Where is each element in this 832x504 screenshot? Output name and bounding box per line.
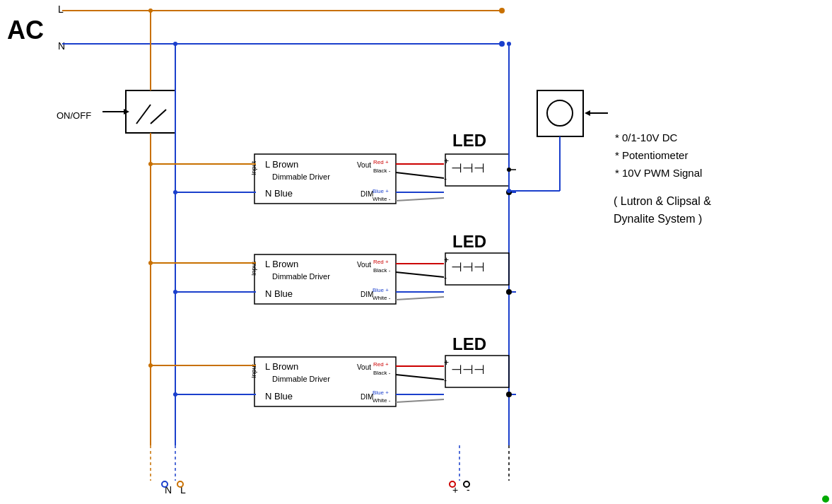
led3-plus: + [444,358,449,368]
black-to-led2 [396,272,444,277]
driver2-red-plus: Red + [373,259,389,265]
switch-line [136,105,151,124]
n-junction1 [173,42,177,46]
n-end-dot [499,41,505,47]
l-line-label: L [58,4,64,15]
led2-symbol: ⊣⊣⊣ [451,260,485,274]
potentiometer-box [537,90,583,136]
note1: * 0/1-10V DC [615,131,678,143]
pot-arrow-head [585,110,590,116]
onoff-label: ON/OFF [57,110,91,121]
driver1-n-blue: N Blue [265,188,293,199]
l-junction-d1 [148,162,153,166]
driver1-black-minus: Black - [373,168,391,174]
note2: * Potentiometer [615,149,688,161]
white-to-led2 [396,297,444,300]
green-dot [822,496,829,503]
dot-right-d3 [506,392,512,397]
led2-label: LED [452,232,486,251]
driver3-label: Dimmable Driver [272,375,330,383]
driver2-dim: DIM [361,291,373,298]
driver2-white-minus: White - [373,295,391,301]
note3: * 10V PWM Signal [615,167,702,179]
dot-blue-pot [507,189,511,193]
n-junction-d3 [173,392,177,397]
driver3-dim: DIM [361,393,373,401]
driver1-l-brown: L Brown [265,159,298,170]
l-junction-d2 [148,261,153,265]
led1-symbol: ⊣⊣⊣ [451,161,485,175]
potentiometer-circle [547,100,573,126]
note5: Dynalite System ) [614,213,702,225]
led3-label: LED [452,334,486,353]
driver1-input-label: Input [250,160,257,175]
right-blue-top-dot [507,42,511,46]
driver1-dim: DIM [361,190,373,198]
n-junction-d1 [173,190,177,194]
ac-label: AC [7,16,44,45]
driver3-l-brown: L Brown [265,361,298,372]
driver3-red-plus: Red + [373,361,389,368]
l-end-dot [499,8,505,13]
l-junction-d3 [148,363,153,368]
led1-label: LED [452,131,486,150]
driver3-blue-plus: Blue + [373,389,389,396]
wiring-diagram: AC L N ON/OFF Input L Brown Dimmable Dri… [0,0,832,504]
led3-minus: - [444,375,447,385]
driver2-n-blue: N Blue [265,288,293,299]
driver1-vout: Vout [357,161,371,169]
driver3-white-minus: White - [373,397,391,404]
driver2-black-minus: Black - [373,267,391,274]
driver2-l-brown: L Brown [265,259,298,269]
note4: ( Lutron & Clipsal & [614,195,711,207]
l-junction1 [148,8,153,13]
switch-box [126,90,175,133]
driver3-n-blue: N Blue [265,391,293,402]
black-to-led1 [396,172,444,178]
driver1-white-minus: White - [373,196,391,202]
driver1-label: Dimmable Driver [272,172,330,181]
bottom-n-label: N [165,484,172,496]
n-line-label: N [58,40,65,52]
n-junction-d2 [173,290,177,294]
driver2-blue-plus: Blue + [373,287,389,293]
dot-right-d2 [506,289,512,295]
white-to-led1-dim [396,198,444,201]
led1-minus: - [444,174,447,184]
driver3-vout: Vout [357,363,371,371]
white-to-led3 [396,399,444,402]
driver2-vout: Vout [357,261,371,269]
driver1-blue-plus: Blue + [373,188,389,194]
driver2-label: Dimmable Driver [272,272,330,281]
driver3-black-minus: Black - [373,370,391,376]
switch-line2 [151,110,166,124]
driver1-red-plus: Red + [373,159,389,165]
led1-right-dot [507,168,511,172]
black-to-led3 [396,375,444,380]
led2-minus: - [444,273,447,283]
led1-plus: + [444,156,449,166]
led3-symbol: ⊣⊣⊣ [451,363,485,377]
led2-plus: + [444,255,449,265]
